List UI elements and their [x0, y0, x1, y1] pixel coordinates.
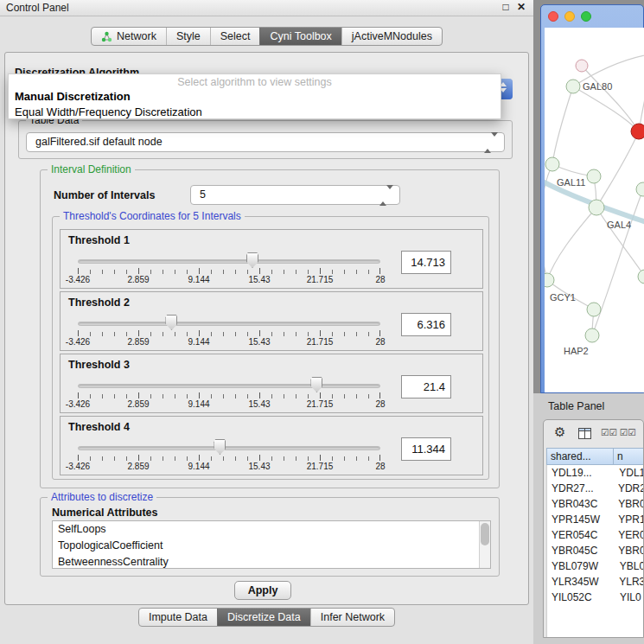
interval-definition-group: Interval Definition Number of Intervals … — [40, 169, 500, 488]
tab-discretize-data[interactable]: Discretize Data — [217, 609, 310, 626]
table-rows: YDL19...YDL1YDR27...YDR2YBR043CYBR0YPR14… — [546, 465, 644, 637]
tab-label: Impute Data — [149, 611, 207, 623]
threshold-value-field[interactable]: 11.344 — [401, 437, 451, 461]
table-row[interactable]: YER054CYER0 — [547, 527, 644, 543]
threshold-value-field[interactable]: 14.713 — [401, 251, 451, 274]
tab-jactivemnodules[interactable]: jActiveMNodules — [341, 28, 442, 45]
close-traffic-light-icon[interactable] — [548, 11, 558, 22]
table-data-value: galFiltered.sif default node — [35, 133, 163, 151]
cyni-toolbox-panel: Discretization Algorithm Select algorith… — [4, 52, 529, 605]
node-label: HAP2 — [564, 346, 589, 356]
tick-label: -3.426 — [66, 462, 90, 471]
gear-icon[interactable]: ⚙ — [554, 424, 565, 440]
slider-track[interactable] — [78, 322, 380, 326]
threshold-label: Threshold 4 — [68, 421, 130, 433]
network-node[interactable] — [545, 273, 554, 287]
tick-labels: -3.4262.8599.14415.4321.71528 — [78, 462, 380, 472]
table-row[interactable]: YLR345WYLR3 — [547, 574, 644, 590]
scrollbar-thumb[interactable] — [481, 523, 489, 545]
popup-option-manual-discretization[interactable]: Manual Discretization — [9, 89, 501, 105]
slider-thumb[interactable] — [214, 439, 226, 455]
network-edge — [639, 62, 644, 131]
network-node[interactable] — [631, 124, 644, 139]
table-data-group: Table Data galFiltered.sif default node — [18, 120, 513, 159]
table-row[interactable]: YDR27...YDR2 — [547, 481, 644, 496]
minimize-traffic-light-icon[interactable] — [564, 11, 575, 22]
network-node[interactable] — [576, 60, 588, 72]
network-node[interactable] — [585, 328, 599, 342]
list-item[interactable]: BetweennessCentrality — [53, 554, 490, 569]
tick-label: 9.144 — [188, 399, 209, 409]
network-node[interactable] — [638, 270, 644, 284]
table-row[interactable]: YIL052CYIL0 — [547, 590, 644, 605]
slider-thumb[interactable] — [165, 315, 177, 330]
cell-name: YBR0 — [613, 543, 644, 558]
slider-track[interactable] — [78, 446, 380, 450]
network-node[interactable] — [636, 182, 644, 196]
slider-thumb[interactable] — [310, 377, 322, 392]
scrollbar[interactable] — [479, 521, 490, 568]
tab-label: Network — [117, 30, 156, 42]
table-row[interactable]: YDL19...YDL1 — [547, 465, 644, 481]
tick-labels: -3.4262.8599.14415.4321.71528 — [78, 275, 380, 285]
apply-button[interactable]: Apply — [234, 581, 291, 600]
list-item[interactable]: SelfLoops — [53, 521, 490, 538]
select-columns-icons[interactable]: ☑☑ ☑☑ — [601, 427, 636, 437]
tab-select[interactable]: Select — [210, 28, 260, 45]
table-data-dropdown[interactable]: galFiltered.sif default node — [26, 132, 505, 152]
float-window-icon[interactable]: □ — [499, 1, 513, 13]
node-label: GCY1 — [550, 292, 576, 303]
slider-thumb[interactable] — [246, 252, 258, 268]
table-row[interactable]: YPR145WYPR1 — [547, 512, 644, 527]
slider-major-ticks — [78, 455, 380, 461]
popup-option-equal-width-frequency-discretization[interactable]: Equal Width/Frequency Discretization — [9, 105, 501, 120]
table-toolbar: ⚙ ☑☑ ☑☑ — [544, 420, 643, 446]
slider-major-ticks — [78, 268, 380, 274]
network-node[interactable] — [587, 303, 601, 316]
attributes-legend: Attributes to discretize — [48, 491, 156, 503]
network-canvas[interactable]: GAL80GAL11GAL4GCY1HAP2 — [545, 28, 644, 392]
threshold-value-field[interactable]: 6.316 — [401, 313, 451, 336]
zoom-traffic-light-icon[interactable] — [581, 11, 591, 22]
attributes-list[interactable]: SelfLoopsTopologicalCoefficientBetweenne… — [52, 520, 491, 569]
thresholds-group: Threshold's Coordinates for 5 Intervals … — [52, 216, 489, 480]
window-controls — [548, 11, 591, 22]
slider-track[interactable] — [78, 259, 380, 264]
tab-network[interactable]: Network — [92, 28, 166, 45]
tab-cyni-toolbox[interactable]: Cyni Toolbox — [259, 28, 341, 45]
column-header[interactable]: n — [614, 448, 644, 465]
cell-shared-name: YBR043C — [547, 496, 613, 512]
cell-shared-name: YER054C — [547, 527, 613, 543]
network-edge — [547, 207, 596, 280]
slider-track[interactable] — [78, 384, 380, 388]
network-node[interactable] — [545, 157, 559, 171]
tick-label: -3.426 — [66, 275, 90, 284]
tick-labels: -3.4262.8599.14415.4321.71528 — [78, 337, 380, 348]
threshold-label: Threshold 1 — [68, 234, 130, 246]
tab-label: Style — [176, 30, 201, 42]
columns-icon[interactable] — [578, 427, 591, 443]
tab-style[interactable]: Style — [166, 28, 210, 45]
network-node[interactable] — [589, 200, 604, 215]
list-item[interactable]: TopologicalCoefficient — [53, 538, 490, 554]
tab-infer-network[interactable]: Infer Network — [310, 609, 394, 626]
tab-impute-data[interactable]: Impute Data — [139, 609, 217, 626]
number-of-intervals-dropdown[interactable]: 5 — [190, 185, 400, 205]
table-panel-title: Table Panel — [548, 400, 604, 412]
threshold-value-field[interactable]: 21.4 — [401, 375, 451, 399]
table-row[interactable]: YBR043CYBR0 — [547, 496, 644, 512]
slider-major-ticks — [78, 330, 380, 336]
top-tabs-row: NetworkStyleSelectCyni ToolboxjActiveMNo… — [0, 27, 533, 46]
network-node[interactable] — [566, 80, 580, 93]
tick-label: 21.715 — [307, 462, 334, 471]
network-node[interactable] — [587, 169, 601, 183]
table-row[interactable]: YBR045CYBR0 — [547, 543, 644, 558]
tick-labels: -3.4262.8599.14415.4321.71528 — [78, 399, 380, 410]
column-header[interactable]: shared... — [546, 448, 614, 465]
popup-placeholder: Select algorithm to view settings — [9, 74, 501, 89]
cell-shared-name: YDR27... — [547, 481, 613, 496]
table-row[interactable]: YBL079WYBL0 — [547, 558, 644, 574]
network-edge — [596, 131, 639, 207]
close-icon[interactable]: ✕ — [514, 1, 528, 13]
thresholds-legend: Threshold's Coordinates for 5 Intervals — [60, 210, 245, 222]
